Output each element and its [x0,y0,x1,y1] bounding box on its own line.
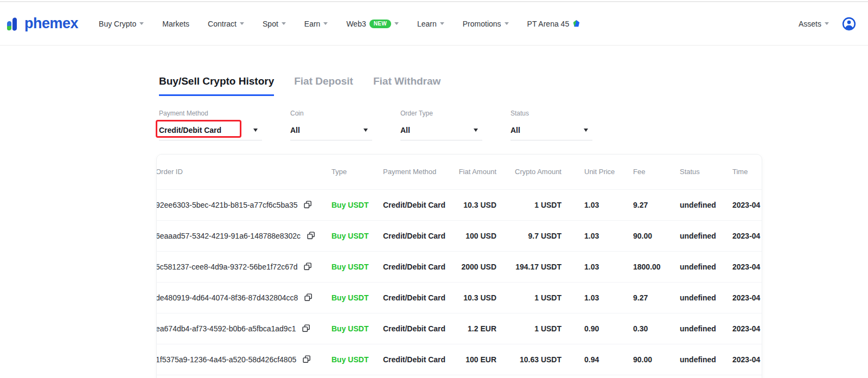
history-tabs: Buy/Sell Crypto HistoryFiat DepositFiat … [159,75,762,96]
history-table-body: 92ee6303-5bec-421b-b815-a77cf6c5ba35 Buy… [156,189,762,375]
nav-item-label: Contract [208,20,237,28]
time-cell: 2023-04 [725,189,762,220]
filter-label: Coin [290,110,372,117]
order-id-cell: 5c581237-cee8-4d9a-9372-56be1f72c67d [156,251,321,282]
copy-icon[interactable] [302,324,310,332]
payment-method-cell: Credit/Debit Card [375,189,456,220]
chevron-down-icon [240,22,244,25]
nav-item-label: Earn [304,20,321,28]
chevron-down-icon [825,22,829,25]
brand-name: phemex [24,15,78,32]
tab[interactable]: Fiat Withdraw [373,75,441,96]
fee-cell: 9.27 [624,189,673,220]
history-card: Order IDTypePayment MethodFiat AmountCry… [156,154,762,378]
main-content: Buy/Sell Crypto HistoryFiat DepositFiat … [156,75,762,378]
copy-icon[interactable] [303,355,311,363]
status-cell: undefined [673,220,725,251]
unit-price-cell: 1.03 [576,189,624,220]
filter-label: Status [510,110,592,117]
filter-select[interactable]: All [400,122,482,140]
table-row: 1f5375a9-1236-4a45-a520-58d426cf4805 Buy… [156,344,762,375]
fiat-amount-cell: 1.2 EUR [456,313,510,344]
nav-item[interactable]: Spot [263,20,286,28]
unit-price-cell: 1.03 [576,282,624,313]
new-badge: NEW [369,20,391,28]
order-id-cell: ea674db4-af73-4592-b0b6-a5fbca1ad9c1 [156,313,321,344]
assets-menu[interactable]: Assets [799,20,829,28]
nav-item-label: Markets [162,20,189,28]
fee-cell: 0.30 [624,313,673,344]
tab[interactable]: Buy/Sell Crypto History [159,75,274,96]
fee-cell: 9.27 [624,282,673,313]
table-row: 92ee6303-5bec-421b-b815-a77cf6c5ba35 Buy… [156,189,762,220]
chevron-down-icon [282,22,286,25]
order-id-text: 92ee6303-5bec-421b-b815-a77cf6c5ba35 [156,201,298,209]
order-id-text: 1f5375a9-1236-4a45-a520-58d426cf4805 [156,355,296,364]
nav-item[interactable]: PT Arena 45 [527,20,581,28]
filter-select[interactable]: Credit/Debit Card [159,122,262,140]
navbar-right: Assets [799,17,856,31]
chevron-down-icon [363,129,368,132]
copy-icon[interactable] [304,201,312,209]
order-id-text: 6eaaad57-5342-4219-91a6-148788e8302c [156,232,301,240]
chevron-down-icon [323,22,328,25]
fiat-amount-cell: 2000 USD [456,251,510,282]
payment-method-cell: Credit/Debit Card [375,251,456,282]
pt-arena-gem-icon [572,20,580,28]
unit-price-cell: 0.90 [576,313,624,344]
column-header: Payment Method [375,155,456,189]
tab[interactable]: Fiat Deposit [294,75,353,96]
chevron-down-icon [584,129,588,132]
nav-item[interactable]: Markets [162,20,189,28]
user-avatar[interactable] [842,17,856,31]
chevron-down-icon [253,129,258,132]
status-cell: undefined [673,344,725,375]
fee-cell: 90.00 [624,344,673,375]
crypto-amount-cell: 194.17 USDT [510,251,576,282]
nav-item-label: Buy Crypto [99,20,136,28]
order-id-text: ea674db4-af73-4592-b0b6-a5fbca1ad9c1 [156,324,296,333]
nav-item-label: Spot [263,20,278,28]
column-header: Crypto Amount [510,155,576,189]
filter-select[interactable]: All [290,122,372,140]
phemex-logo-icon [5,16,22,32]
nav-item[interactable]: Promotions [463,20,509,28]
table-row: de480919-4d64-4074-8f36-87d432804cc8 Buy… [156,282,762,313]
table-row: 5c581237-cee8-4d9a-9372-56be1f72c67d Buy… [156,251,762,282]
phemex-logo[interactable]: phemex [5,15,78,32]
type-cell: Buy USDT [321,282,375,313]
filter: Coin All [290,110,372,140]
order-id-cell: 92ee6303-5bec-421b-b815-a77cf6c5ba35 [156,189,321,220]
copy-icon[interactable] [304,293,312,302]
nav-item[interactable]: Web3 NEW [346,20,399,28]
copy-icon[interactable] [304,262,312,271]
nav-item[interactable]: Buy Crypto [99,20,144,28]
filter-value-text: All [290,126,300,134]
nav-item[interactable]: Earn [304,20,328,28]
payment-method-cell: Credit/Debit Card [375,313,456,344]
table-row: 6eaaad57-5342-4219-91a6-148788e8302c Buy… [156,220,762,251]
column-header: Fee [624,155,673,189]
nav-item[interactable]: Contract [208,20,244,28]
chevron-down-icon [440,22,444,25]
filter-value-text: Credit/Debit Card [159,126,221,134]
chevron-down-icon [139,22,144,25]
nav-item[interactable]: Learn [417,20,444,28]
time-cell: 2023-04 [725,344,762,375]
time-cell: 2023-04 [725,220,762,251]
column-header: Status [673,155,725,189]
fiat-amount-cell: 10.3 USD [456,282,510,313]
crypto-amount-cell: 1 USDT [510,282,576,313]
filter-value-text: All [400,126,410,134]
column-header: Unit Price [576,155,624,189]
filter-select[interactable]: All [510,122,592,140]
table-row: ea674db4-af73-4592-b0b6-a5fbca1ad9c1 Buy… [156,313,762,344]
crypto-amount-cell: 1 USDT [510,313,576,344]
status-cell: undefined [673,189,725,220]
fiat-amount-cell: 10.3 USD [456,189,510,220]
copy-icon[interactable] [307,232,315,240]
chevron-down-icon [474,129,478,132]
crypto-amount-cell: 1 USDT [510,189,576,220]
payment-method-cell: Credit/Debit Card [375,220,456,251]
time-cell: 2023-04 [725,313,762,344]
